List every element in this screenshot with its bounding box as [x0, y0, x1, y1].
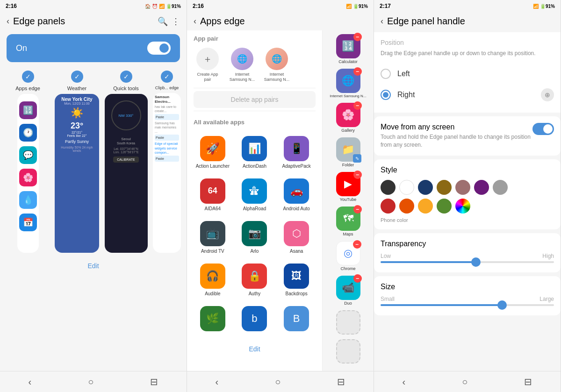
name-authy: Authy	[249, 291, 261, 297]
size-range: Small Large	[381, 296, 554, 302]
list-item-audible[interactable]: 🎧 Audible	[192, 259, 234, 301]
list-item-backdrops[interactable]: 🖼 Backdrops	[275, 259, 317, 301]
transparency-section: Transparency Low High	[374, 233, 561, 272]
more-button-1[interactable]: ⋮	[172, 16, 180, 27]
large-label: Large	[539, 296, 554, 302]
nav-recent-2[interactable]: ⊟	[337, 376, 345, 387]
transparency-track	[381, 261, 554, 263]
small-label: Small	[381, 296, 395, 302]
edge-item-chrome[interactable]: ◎ − Chrome	[326, 241, 370, 271]
delete-pairs-button[interactable]: Delete app pairs	[194, 91, 316, 108]
color-grid-2	[381, 199, 554, 214]
transparency-thumb[interactable]	[471, 257, 481, 267]
list-item-asana[interactable]: ⬡ Asana	[275, 216, 317, 259]
size-thumb[interactable]	[497, 300, 507, 310]
list-item-androidtv[interactable]: 📺 Android TV	[192, 216, 234, 259]
alarm-icon: ⏰	[152, 4, 158, 9]
internet-pair-1[interactable]: 🌐 Internet Samsung N...	[228, 48, 256, 82]
nav-home-2[interactable]: ○	[275, 377, 280, 387]
nav-recent-1[interactable]: ⊟	[150, 376, 158, 387]
all-apps-section-title: All available apps	[187, 114, 322, 128]
style-title: Style	[381, 166, 554, 174]
move-any-screen-toggle[interactable]	[532, 123, 554, 135]
edge-item-gallery[interactable]: 🌸 − Gallery	[326, 103, 370, 133]
panel-item-weather[interactable]: ✓ Weather New York City Mon, 12/23 11:00…	[55, 71, 99, 253]
list-item-action-launcher[interactable]: 🚀 Action Launcher	[192, 131, 234, 174]
list-item-alpharoad[interactable]: 🛣 AlphaRoad	[234, 174, 276, 216]
edge-item-youtube[interactable]: ▶ − YouTube	[326, 172, 370, 202]
color-gray[interactable]	[493, 180, 508, 195]
edge-name-calculator: Calculator	[338, 59, 358, 64]
check-clipboard: ✓	[161, 71, 173, 83]
edge-slot-empty-1[interactable]	[326, 310, 370, 335]
list-item-extra3[interactable]: B	[275, 301, 317, 338]
list-item-adaptivepack[interactable]: 📱 AdaptivePack	[275, 131, 317, 174]
top-bar-2: ‹ Apps edge	[187, 12, 374, 30]
nav-home-3[interactable]: ○	[462, 377, 468, 387]
edge-item-calculator[interactable]: 🔢 − Calculator	[326, 34, 370, 64]
preview-icon-calc: 🔢	[19, 101, 37, 119]
toggle-label: On	[16, 43, 27, 53]
color-purple[interactable]	[474, 180, 489, 195]
nav-home-1[interactable]: ○	[88, 377, 94, 387]
color-white[interactable]	[399, 180, 414, 195]
edge-item-folder[interactable]: 📁 ✎ Folder	[326, 137, 370, 167]
internet-pair-2[interactable]: 🌐 Internet Samsung N...	[263, 48, 291, 82]
panel2-container: App pair ＋ Create App pair 🌐 Internet Sa…	[187, 30, 374, 371]
color-gold[interactable]	[437, 180, 452, 195]
wifi-icon-2: 📶	[346, 4, 352, 9]
preview-icon-msg: 💬	[19, 146, 37, 164]
name-aida64: AIDA64	[205, 206, 221, 212]
nav-recent-3[interactable]: ⊟	[524, 376, 532, 387]
color-multicolor[interactable]	[455, 199, 470, 214]
calibrate-button[interactable]: CALIBRATE	[113, 157, 138, 163]
color-green[interactable]	[437, 199, 452, 214]
status-time-3: 2:17	[380, 3, 391, 9]
edge-item-duo[interactable]: 📹 − Duo	[326, 276, 370, 306]
list-item-androidauto[interactable]: 🚗 Android Auto	[275, 174, 317, 216]
create-app-pair[interactable]: ＋ Create App pair	[194, 48, 222, 82]
edge-item-internet[interactable]: 🌐 − Internet Samsung N...	[326, 69, 370, 98]
color-navy[interactable]	[418, 180, 433, 195]
preview-weather: New York City Mon, 12/23 11:00 ☀️ 23° 22…	[55, 94, 99, 253]
edge-panels-toggle[interactable]	[147, 42, 171, 55]
icon-androidtv: 📺	[200, 221, 225, 246]
color-rose[interactable]	[455, 180, 470, 195]
color-red[interactable]	[381, 199, 396, 214]
edge-item-maps[interactable]: 🗺 − Maps	[326, 207, 370, 236]
list-item-extra1[interactable]: 🌿	[192, 301, 234, 338]
divider-1	[194, 88, 316, 88]
panel-item-quick-tools[interactable]: ✓ Quick tools NW 330° SeoulSouth Korea L…	[104, 71, 148, 253]
nav-back-3[interactable]: ‹	[403, 377, 406, 387]
list-item-extra2[interactable]: b	[234, 301, 276, 338]
back-button-3[interactable]: ‹	[381, 16, 383, 26]
nav-back-2[interactable]: ‹	[216, 377, 219, 387]
color-yellow[interactable]	[418, 199, 433, 214]
back-button-1[interactable]: ‹	[7, 16, 9, 26]
edit-button-2[interactable]: Edit	[187, 341, 322, 357]
panel-item-apps-edge[interactable]: ✓ Apps edge 🔢 🕐 💬 🌸 💧 📅	[6, 71, 50, 253]
edge-name-gallery: Gallery	[341, 128, 355, 133]
status-icons-1: 🏠 ⏰ 📶 🔋91%	[145, 4, 181, 9]
panel-item-clipboard[interactable]: ✓ Clipb... edge Samsun Electro... has ta…	[153, 71, 181, 253]
edge-slot-empty-2[interactable]	[326, 339, 370, 363]
edit-button-1[interactable]: Edit	[0, 257, 187, 274]
move-any-screen-row: Move from any screen Touch and hold the …	[374, 116, 561, 156]
transparency-fill	[381, 261, 476, 263]
radio-left[interactable]: Left	[381, 64, 554, 84]
radio-right[interactable]: Right ⊕	[381, 84, 554, 106]
icon-actiondash: 📊	[242, 136, 267, 161]
page-title-2: Apps edge	[200, 16, 367, 27]
list-item-arlo[interactable]: 📷 Arlo	[234, 216, 276, 259]
list-item-actiondash[interactable]: 📊 ActionDash	[234, 131, 276, 174]
nav-back-1[interactable]: ‹	[29, 377, 32, 387]
list-item-authy[interactable]: 🔒 Authy	[234, 259, 276, 301]
color-orange[interactable]	[399, 199, 414, 214]
color-dark[interactable]	[381, 180, 396, 195]
back-button-2[interactable]: ‹	[194, 16, 196, 26]
search-button-1[interactable]: 🔍	[158, 16, 168, 27]
icon-audible: 🎧	[200, 264, 225, 289]
edge-panel-handle-screen: 2:17 📶 🔋91% ‹ Edge panel handle Position…	[374, 0, 561, 392]
panel2-right: 🔢 − Calculator 🌐 − Internet Samsung N...…	[322, 30, 374, 371]
list-item-aida64[interactable]: 64 AIDA64	[192, 174, 234, 216]
